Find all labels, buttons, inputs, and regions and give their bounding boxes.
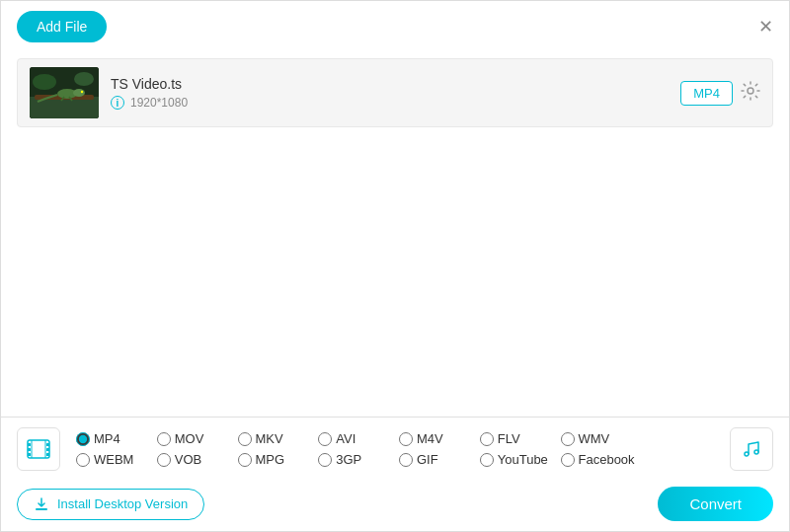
format-badge[interactable]: MP4 [680, 81, 733, 106]
file-actions: MP4 [680, 81, 760, 106]
info-icon: i [111, 96, 124, 110]
install-button[interactable]: Install Desktop Version [17, 489, 204, 520]
svg-point-10 [748, 88, 753, 94]
format-option-webm[interactable]: WEBM [76, 452, 157, 467]
format-option-mp4[interactable]: MP4 [76, 431, 157, 446]
svg-point-4 [73, 89, 85, 97]
svg-rect-16 [46, 448, 49, 451]
format-option-avi[interactable]: AVI [318, 431, 399, 446]
download-icon [34, 496, 49, 512]
settings-button[interactable] [741, 81, 760, 106]
file-info: TS Video.ts i 1920*1080 [111, 76, 680, 110]
file-resolution: 1920*1080 [130, 96, 188, 110]
format-option-youtube[interactable]: YouTube [480, 452, 561, 467]
svg-point-7 [81, 91, 83, 93]
format-option-facebook[interactable]: Facebook [561, 452, 642, 467]
format-option-mpg[interactable]: MPG [238, 452, 319, 467]
format-option-flv[interactable]: FLV [480, 431, 561, 446]
svg-rect-13 [28, 448, 31, 451]
svg-point-20 [745, 452, 749, 456]
audio-format-icon[interactable] [730, 427, 773, 471]
middle-area [1, 135, 789, 412]
format-option-m4v[interactable]: M4V [399, 431, 480, 446]
svg-point-8 [33, 74, 56, 90]
svg-rect-17 [46, 453, 49, 456]
format-option-3gp[interactable]: 3GP [318, 452, 399, 467]
file-item: TS Video.ts i 1920*1080 MP4 [17, 58, 773, 127]
format-option-vob[interactable]: VOB [157, 452, 238, 467]
file-name: TS Video.ts [111, 76, 680, 92]
file-thumbnail [30, 67, 99, 118]
top-bar: Add File ✕ [1, 1, 789, 50]
format-option-mkv[interactable]: MKV [238, 431, 319, 446]
file-list: TS Video.ts i 1920*1080 MP4 [1, 50, 789, 135]
convert-button[interactable]: Convert [658, 487, 773, 521]
svg-point-21 [754, 450, 758, 454]
close-button[interactable]: ✕ [758, 18, 773, 36]
format-options: MP4 MOV MKV AVI M4V FLV WMV WEBM VOB [76, 431, 722, 467]
add-file-button[interactable]: Add File [17, 11, 107, 42]
video-format-icon[interactable] [17, 427, 60, 471]
svg-rect-11 [28, 440, 49, 458]
svg-rect-15 [46, 443, 49, 446]
format-bar: MP4 MOV MKV AVI M4V FLV WMV WEBM VOB [1, 417, 789, 482]
file-meta: i 1920*1080 [111, 96, 680, 110]
svg-rect-14 [28, 453, 31, 456]
format-option-mov[interactable]: MOV [157, 431, 238, 446]
format-option-wmv[interactable]: WMV [561, 431, 642, 446]
format-option-gif[interactable]: GIF [399, 452, 480, 467]
install-label: Install Desktop Version [57, 496, 188, 511]
bottom-bar: Install Desktop Version Convert [1, 477, 789, 531]
svg-point-9 [74, 72, 94, 86]
svg-rect-12 [28, 443, 31, 446]
svg-rect-22 [36, 508, 47, 510]
